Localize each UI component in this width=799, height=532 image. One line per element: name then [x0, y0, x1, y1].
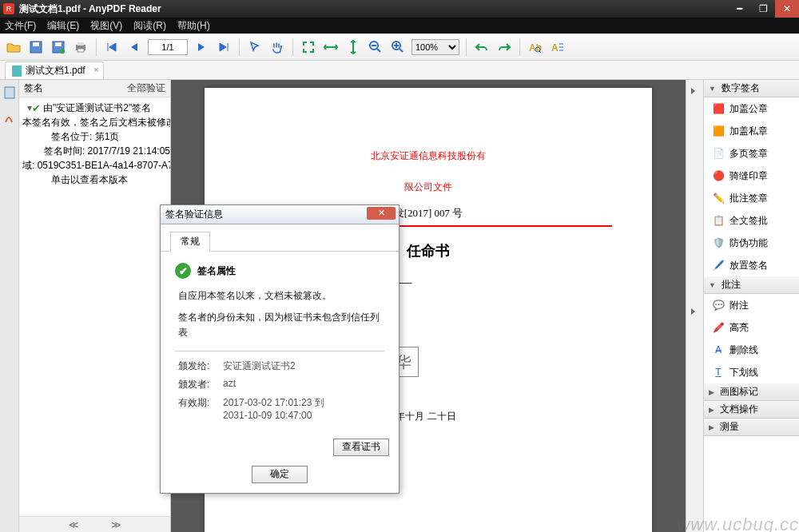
restore-button[interactable]: ❐	[751, 0, 775, 18]
document-tab[interactable]: 测试文档1.pdf ×	[5, 62, 104, 79]
dialog-tab-general[interactable]: 常规	[170, 232, 210, 252]
zoom-in-icon[interactable]	[389, 38, 407, 56]
open-icon[interactable]	[5, 38, 22, 56]
dialog-msg1: 自应用本签名以来，文档未被篡改。	[178, 288, 381, 304]
signature-panel: 签名 全部验证 ▾✔由"安证通测试证书2"签名 本签名有效，签名之后文档未被修改…	[19, 80, 171, 532]
expand-right-icon[interactable]	[689, 307, 702, 320]
dialog-msg2: 签名者的身份未知，因为根证书未包含到信任列表	[178, 310, 381, 340]
zoom-out-icon[interactable]	[367, 38, 384, 56]
fit-width-icon[interactable]	[322, 38, 340, 56]
menu-read[interactable]: 阅读(R)	[133, 19, 166, 33]
menu-view[interactable]: 视图(V)	[90, 19, 122, 33]
panel-header: 签名 全部验证	[19, 80, 170, 97]
menu-file[interactable]: 文件(F)	[5, 19, 36, 33]
place-icon: 🖊️	[712, 259, 725, 272]
item-anticounterfeit[interactable]: 🛡️防伪功能	[704, 232, 799, 254]
rail-pages-icon[interactable]	[2, 85, 18, 101]
item-highlight[interactable]: 🖍️高亮	[704, 316, 799, 339]
pages-icon: 📄	[712, 147, 725, 160]
tree-item[interactable]: 签名时间: 2017/7/19 21:14:05	[22, 144, 170, 158]
pen-icon: ✏️	[712, 192, 725, 204]
underline-icon: T	[712, 366, 725, 379]
undo-icon[interactable]	[473, 38, 491, 56]
item-strike[interactable]: A̶删除线	[704, 339, 799, 361]
tree-item[interactable]: 签名位于: 第1页	[22, 129, 170, 144]
item-annot-sign[interactable]: ✏️批注签章	[704, 187, 799, 209]
print-icon[interactable]	[72, 38, 89, 56]
item-note[interactable]: 💬附注	[704, 294, 799, 316]
toolbar: 100% Ab A	[0, 34, 799, 61]
strike-icon: A̶	[712, 343, 725, 356]
item-underline[interactable]: T下划线	[704, 361, 799, 383]
svg-rect-6	[78, 42, 84, 46]
close-button[interactable]: ✕	[775, 0, 799, 18]
tree-root[interactable]: ▾✔由"安证通测试证书2"签名	[22, 101, 170, 115]
right-panel: ▼数字签名 🟥加盖公章 🟧加盖私章 📄多页签章 🔴骑缝印章 ✏️批注签章 📋全文…	[703, 80, 799, 532]
section-annotation[interactable]: ▼批注	[704, 276, 799, 294]
view-cert-button[interactable]: 查看证书	[333, 439, 389, 456]
svg-text:A: A	[551, 42, 559, 54]
item-perforation[interactable]: 🔴骑缝印章	[704, 165, 799, 187]
saveas-icon[interactable]	[50, 38, 67, 56]
dialog-section-header: ✔ 签名属性	[175, 263, 384, 279]
last-page-icon[interactable]	[215, 38, 233, 56]
note-icon: 💬	[712, 299, 725, 312]
hand-icon[interactable]	[268, 38, 286, 56]
check-icon: ✔	[175, 263, 191, 279]
tab-close-icon[interactable]: ×	[93, 65, 98, 74]
left-rail	[0, 80, 19, 532]
item-full-approve[interactable]: 📋全文签批	[704, 209, 799, 232]
item-private-seal[interactable]: 🟧加盖私章	[704, 120, 799, 142]
seal2-icon: 🟧	[712, 125, 725, 137]
collapse-icon[interactable]: ≪	[69, 519, 79, 530]
page-input[interactable]	[148, 39, 188, 55]
select-icon[interactable]	[246, 38, 264, 56]
panel-footer: ≪ ≫	[19, 516, 170, 532]
first-page-icon[interactable]	[103, 38, 121, 56]
tab-strip: 测试文档1.pdf ×	[0, 61, 799, 80]
fit-both-icon[interactable]	[300, 38, 317, 56]
section-measure[interactable]: ▶测量	[704, 419, 799, 436]
tree-item[interactable]: 单击以查看本版本	[22, 173, 170, 187]
fit-height-icon[interactable]	[344, 38, 362, 56]
menu-edit[interactable]: 编辑(E)	[47, 19, 79, 33]
zoom-select[interactable]: 100%	[411, 39, 459, 55]
svg-rect-3	[55, 42, 62, 46]
app-icon: R	[3, 3, 14, 14]
find-icon[interactable]: Ab	[527, 38, 544, 56]
tree-item[interactable]: 域: 0519C351-BE1A-4a14-8707-A772	[22, 158, 170, 173]
title-text: 测试文档1.pdf - AnyPDF Reader	[19, 2, 161, 16]
item-place-sign[interactable]: 🖊️放置签名	[704, 254, 799, 276]
tree-item[interactable]: 本签名有效，签名之后文档未被修改	[22, 115, 170, 129]
redo-icon[interactable]	[495, 38, 513, 56]
menu-help[interactable]: 帮助(H)	[177, 19, 210, 33]
section-digital-sign[interactable]: ▼数字签名	[704, 80, 799, 97]
dialog-body: ✔ 签名属性 自应用本签名以来，文档未被篡改。 签名者的身份未知，因为根证书未包…	[161, 252, 399, 434]
svg-rect-1	[33, 42, 39, 46]
dialog-tabs: 常规	[161, 229, 399, 252]
dialog-close-icon[interactable]: ✕	[367, 207, 396, 220]
dialog-button-row: 查看证书	[161, 434, 399, 461]
row-issued-to: 颁发给:安证通测试证书2	[178, 359, 381, 373]
section-drawing[interactable]: ▶画图标记	[704, 383, 799, 401]
row-validity: 有效期:2017-03-02 17:01:23 到 2031-10-09 10:…	[178, 396, 381, 421]
perf-icon: 🔴	[712, 169, 725, 182]
verify-all-link[interactable]: 全部验证	[127, 81, 165, 95]
item-public-seal[interactable]: 🟥加盖公章	[704, 97, 799, 120]
save-icon[interactable]	[27, 38, 45, 56]
ok-button[interactable]: 确定	[252, 466, 308, 483]
item-multi-page[interactable]: 📄多页签章	[704, 142, 799, 165]
pdf-icon	[12, 66, 22, 77]
find-text-icon[interactable]: A	[549, 38, 566, 56]
dialog-titlebar[interactable]: 签名验证信息 ✕	[161, 205, 399, 224]
title-bar: R 测试文档1.pdf - AnyPDF Reader ━ ❐ ✕	[0, 0, 799, 18]
prev-page-icon[interactable]	[125, 38, 143, 56]
minimize-button[interactable]: ━	[727, 0, 751, 18]
main-area: 签名 全部验证 ▾✔由"安证通测试证书2"签名 本签名有效，签名之后文档未被修改…	[0, 80, 799, 532]
section-document[interactable]: ▶文档操作	[704, 401, 799, 419]
expand-icon[interactable]: ≫	[111, 519, 121, 530]
collapse-right-icon[interactable]	[689, 86, 702, 99]
rail-sign-icon[interactable]	[2, 110, 18, 126]
next-page-icon[interactable]	[193, 38, 210, 56]
menu-bar: 文件(F) 编辑(E) 视图(V) 阅读(R) 帮助(H)	[0, 18, 799, 34]
